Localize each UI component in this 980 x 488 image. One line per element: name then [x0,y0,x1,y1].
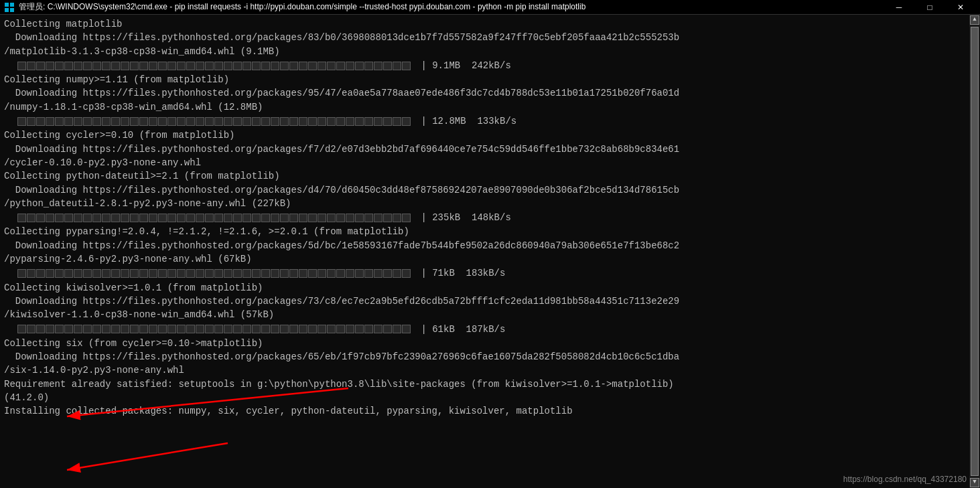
scrollbar-thumb[interactable] [971,27,979,476]
console-line-13: Collecting pyparsing!=2.0.4, !=2.1.2, !=… [4,225,976,238]
svg-rect-0 [5,3,9,7]
svg-rect-1 [10,3,14,7]
console-line-12: /python_dateutil-2.8.1-py2.py3-none-any.… [4,197,976,210]
console-line-9: /cycler-0.10.0-py2.py3-none-any.whl [4,156,976,169]
console-line-23: (41.2.0) [4,391,976,404]
title-bar-text: 管理员: C:\WINDOWS\system32\cmd.exe - pip i… [19,1,880,13]
console-line-8: Downloading https://files.pythonhosted.o… [4,143,976,156]
progress-info-5: | 61kB 187kB/s [415,323,505,336]
console-line-4: Collecting numpy>=1.11 (from matplotlib) [4,73,976,86]
progress-info-2: | 12.8MB 133kB/s [415,114,516,128]
maximize-button[interactable]: □ [914,0,945,15]
progress-bar-3-row: | 235kB 148kB/s [4,211,976,224]
console-line-2: Downloading https://files.pythonhosted.o… [4,31,976,44]
scrollbar[interactable]: ▲ ▼ [969,15,980,488]
watermark: https://blog.csdn.net/qq_43372180 [843,474,967,485]
window-icon [4,2,15,13]
console-line-14: Downloading https://files.pythonhosted.o… [4,239,976,252]
console-area: Collecting matplotlib Downloading https:… [0,15,980,488]
cmd-window: 管理员: C:\WINDOWS\system32\cmd.exe - pip i… [0,0,980,488]
console-line-24: Installing collected packages: numpy, si… [4,404,976,418]
console-line-22: Requirement already satisfied: setuptool… [4,378,976,391]
console-line-11: Downloading https://files.pythonhosted.o… [4,183,976,197]
progress-bar-4 [17,266,411,280]
progress-bar-2-row: | 12.8MB 133kB/s [4,114,976,128]
scroll-up-button[interactable]: ▲ [970,15,979,25]
console-line-17: Downloading https://files.pythonhosted.o… [4,295,976,308]
progress-info-4: | 71kB 183kB/s [415,266,505,280]
minimize-button[interactable]: ─ [884,0,914,15]
progress-info-3: | 235kB 148kB/s [415,211,511,224]
progress-bar-1 [17,59,411,72]
console-line-3: /matplotlib-3.1.3-cp38-cp38-win_amd64.wh… [4,45,976,58]
svg-line-5 [67,443,228,470]
console-line-16: Collecting kiwisolver>=1.0.1 (from matpl… [4,281,976,295]
console-line-18: /kiwisolver-1.1.0-cp38-none-win_amd64.wh… [4,308,976,321]
console-line-21: /six-1.14.0-py2.py3-none-any.whl [4,363,976,377]
console-line-7: Collecting cycler>=0.10 (from matplotlib… [4,129,976,142]
progress-bar-5 [17,323,411,336]
console-line-1: Collecting matplotlib [4,17,976,31]
progress-bar-2 [17,114,411,128]
progress-bar-4-row: | 71kB 183kB/s [4,266,976,280]
progress-info-1: | 9.1MB 242kB/s [415,59,511,72]
console-line-19: Collecting six (from cycler>=0.10->matpl… [4,337,976,350]
console-line-15: /pyparsing-2.4.6-py2.py3-none-any.whl (6… [4,252,976,266]
svg-rect-3 [10,8,14,12]
console-line-10: Collecting python-dateutil>=2.1 (from ma… [4,169,976,183]
progress-bar-5-row: | 61kB 187kB/s [4,323,976,336]
title-bar-controls: ─ □ ✕ [884,0,976,15]
progress-bar-1-row: | 9.1MB 242kB/s [4,59,976,72]
console-line-6: /numpy-1.18.1-cp38-cp38-win_amd64.whl (1… [4,100,976,114]
svg-rect-2 [5,8,9,12]
console-line-5: Downloading https://files.pythonhosted.o… [4,86,976,100]
close-button[interactable]: ✕ [945,0,976,15]
console-line-20: Downloading https://files.pythonhosted.o… [4,350,976,363]
scroll-down-button[interactable]: ▼ [970,478,979,487]
title-bar: 管理员: C:\WINDOWS\system32\cmd.exe - pip i… [0,0,980,15]
progress-bar-3 [17,211,411,224]
